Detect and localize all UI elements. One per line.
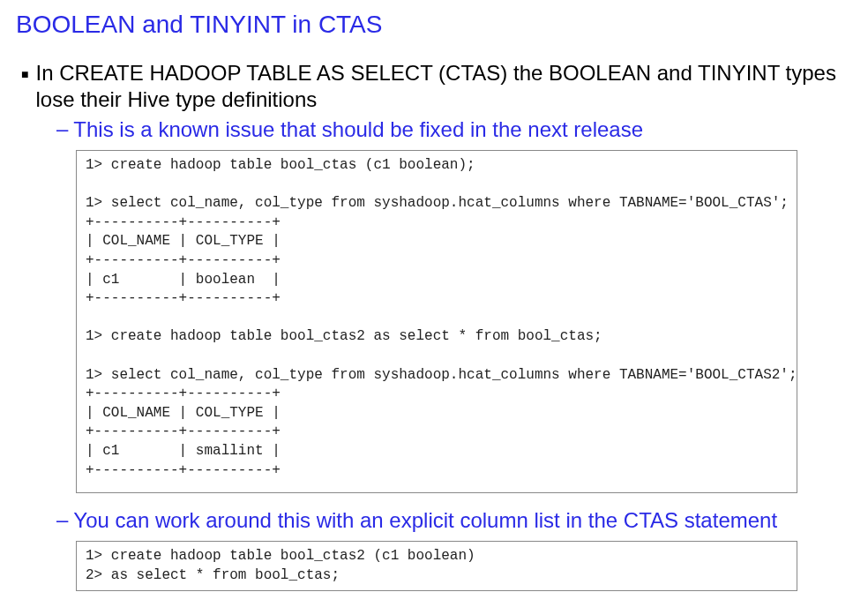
main-bullet: ■ In CREATE HADOOP TABLE AS SELECT (CTAS… xyxy=(21,60,852,113)
slide-title: BOOLEAN and TINYINT in CTAS xyxy=(16,11,852,39)
sub-bullet-2: – You can work around this with an expli… xyxy=(56,507,852,534)
code-block-1: 1> create hadoop table bool_ctas (c1 boo… xyxy=(76,150,797,493)
sub-bullet-1: – This is a known issue that should be f… xyxy=(56,116,852,143)
code-block-2: 1> create hadoop table bool_ctas2 (c1 bo… xyxy=(76,541,797,591)
dash-icon: – xyxy=(56,116,68,141)
dash-icon: – xyxy=(56,507,68,532)
bullet-square-icon: ■ xyxy=(21,67,28,81)
sub-bullet-2-text: You can work around this with an explici… xyxy=(73,507,777,534)
sub-bullet-1-text: This is a known issue that should be fix… xyxy=(73,116,643,143)
main-bullet-text: In CREATE HADOOP TABLE AS SELECT (CTAS) … xyxy=(35,60,852,113)
